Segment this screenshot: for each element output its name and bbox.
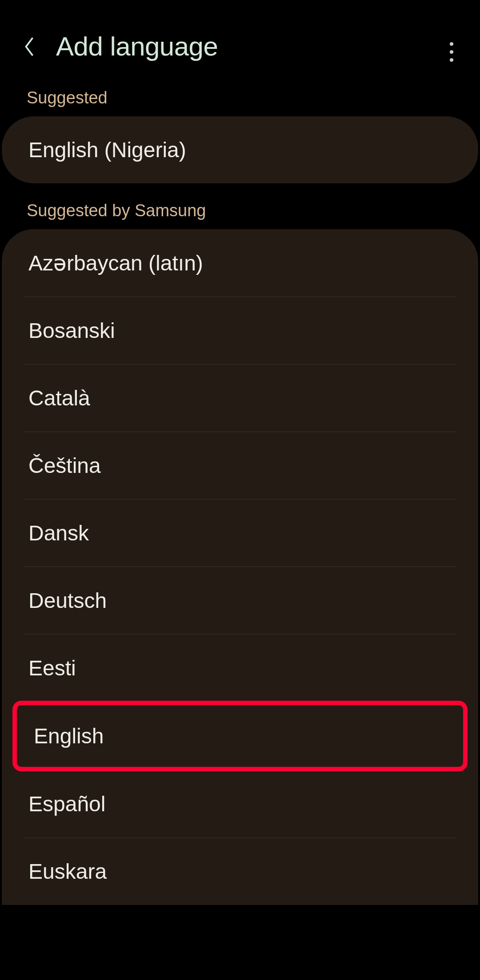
language-item-deutsch[interactable]: Deutsch bbox=[2, 567, 478, 634]
language-item-espanol[interactable]: Español bbox=[2, 770, 478, 837]
header-bar: Add language bbox=[0, 0, 480, 79]
language-item-english-nigeria[interactable]: English (Nigeria) bbox=[2, 116, 478, 183]
page-title: Add language bbox=[56, 31, 218, 62]
section-header-samsung: Suggested by Samsung bbox=[0, 183, 480, 229]
language-item-english[interactable]: English bbox=[17, 705, 463, 767]
language-item-azerbaycan[interactable]: Azərbaycan (latın) bbox=[2, 229, 478, 297]
back-icon[interactable] bbox=[20, 38, 38, 56]
language-item-cestina[interactable]: Čeština bbox=[2, 432, 478, 499]
section-header-suggested: Suggested bbox=[0, 79, 480, 116]
suggested-card: English (Nigeria) bbox=[2, 116, 478, 183]
more-options-icon[interactable] bbox=[445, 38, 458, 66]
language-item-bosanski[interactable]: Bosanski bbox=[2, 297, 478, 364]
highlighted-item: English bbox=[12, 701, 468, 771]
language-item-euskara[interactable]: Euskara bbox=[2, 838, 478, 905]
language-item-catala[interactable]: Català bbox=[2, 365, 478, 432]
samsung-card: Azərbaycan (latın) Bosanski Català Češti… bbox=[2, 229, 478, 905]
language-item-dansk[interactable]: Dansk bbox=[2, 500, 478, 567]
language-item-eesti[interactable]: Eesti bbox=[2, 635, 478, 702]
